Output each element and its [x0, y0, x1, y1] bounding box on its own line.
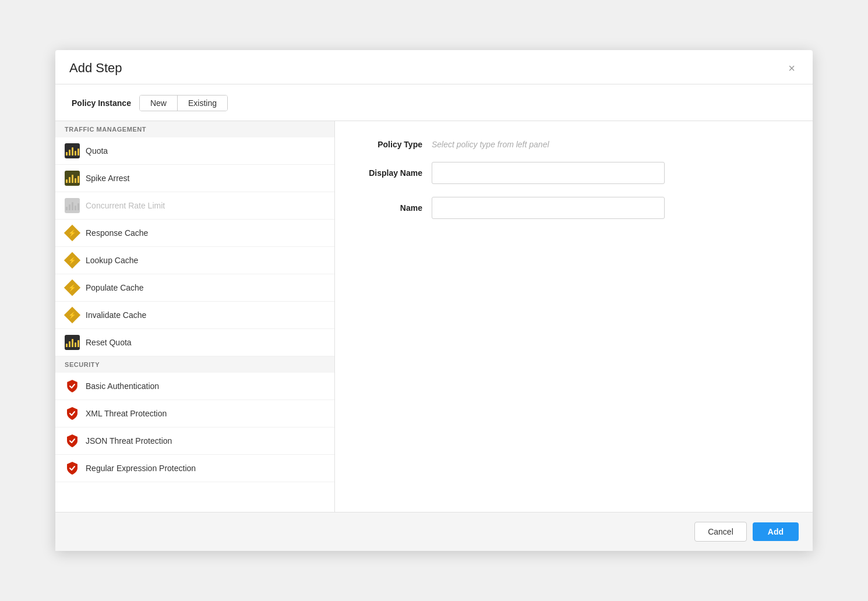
spike-arrest-icon — [65, 171, 80, 186]
bar-chart-icon — [65, 146, 80, 155]
close-button[interactable]: × — [785, 61, 799, 75]
content-area: TRAFFIC MANAGEMENT Quota — [55, 121, 813, 512]
right-panel: Policy Type Select policy type from left… — [335, 121, 813, 512]
list-item-invalidate-cache[interactable]: ⚡ Invalidate Cache — [55, 302, 334, 329]
quota-label: Quota — [86, 146, 108, 155]
display-name-label: Display Name — [358, 168, 422, 178]
populate-cache-icon: ⚡ — [65, 280, 80, 295]
populate-cache-label: Populate Cache — [86, 283, 144, 292]
name-label: Name — [358, 203, 422, 213]
section-traffic-management: TRAFFIC MANAGEMENT — [55, 121, 334, 137]
reset-quota-icon — [65, 335, 80, 350]
concurrent-rate-limit-icon — [65, 198, 80, 213]
policy-type-row: Policy Type Select policy type from left… — [358, 140, 789, 149]
display-name-input[interactable] — [432, 162, 665, 184]
list-item-populate-cache[interactable]: ⚡ Populate Cache — [55, 274, 334, 302]
dialog-footer: Cancel Add — [55, 512, 813, 551]
response-cache-icon: ⚡ — [65, 225, 80, 241]
diamond-icon: ⚡ — [64, 225, 80, 241]
xml-threat-label: XML Threat Protection — [86, 409, 167, 418]
left-panel: TRAFFIC MANAGEMENT Quota — [55, 121, 335, 512]
list-item-concurrent-rate-limit: Concurrent Rate Limit — [55, 192, 334, 220]
bar-chart-icon — [65, 201, 80, 210]
policy-instance-label: Policy Instance — [72, 98, 131, 108]
cancel-button[interactable]: Cancel — [694, 522, 747, 542]
bar-chart-icon — [65, 338, 80, 347]
shield-svg-icon — [65, 433, 80, 448]
lookup-cache-icon: ⚡ — [65, 253, 80, 268]
display-name-row: Display Name — [358, 162, 789, 184]
dialog-header: Add Step × — [55, 50, 813, 84]
diamond-icon: ⚡ — [64, 307, 80, 323]
diamond-icon: ⚡ — [64, 280, 80, 296]
quota-icon — [65, 143, 80, 158]
list-item-regex-protection[interactable]: Regular Expression Protection — [55, 455, 334, 482]
basic-auth-label: Basic Authentication — [86, 381, 159, 391]
list-item-spike-arrest[interactable]: Spike Arrest — [55, 165, 334, 192]
toggle-group: New Existing — [139, 95, 228, 111]
dialog-body: Policy Instance New Existing TRAFFIC MAN… — [55, 84, 813, 512]
json-threat-label: JSON Threat Protection — [86, 436, 172, 446]
list-item-json-threat[interactable]: JSON Threat Protection — [55, 427, 334, 455]
diamond-icon: ⚡ — [64, 252, 80, 268]
invalidate-cache-label: Invalidate Cache — [86, 310, 146, 320]
list-item-xml-threat[interactable]: XML Threat Protection — [55, 400, 334, 427]
shield-svg-icon — [65, 461, 80, 476]
toggle-existing-button[interactable]: Existing — [178, 96, 227, 111]
json-threat-icon — [65, 433, 80, 448]
lookup-cache-label: Lookup Cache — [86, 256, 138, 265]
name-input[interactable] — [432, 197, 665, 219]
policy-type-placeholder: Select policy type from left panel — [432, 140, 549, 149]
list-item-quota[interactable]: Quota — [55, 137, 334, 165]
bar-chart-icon — [65, 174, 80, 183]
dialog-title: Add Step — [69, 61, 122, 76]
list-item-basic-auth[interactable]: Basic Authentication — [55, 373, 334, 400]
add-button[interactable]: Add — [753, 522, 799, 541]
toggle-new-button[interactable]: New — [140, 96, 178, 111]
add-step-dialog: Add Step × Policy Instance New Existing … — [55, 50, 813, 551]
shield-svg-icon — [65, 406, 80, 421]
list-item-response-cache[interactable]: ⚡ Response Cache — [55, 220, 334, 247]
spike-arrest-label: Spike Arrest — [86, 174, 129, 183]
list-item-reset-quota[interactable]: Reset Quota — [55, 329, 334, 356]
policy-type-label: Policy Type — [358, 140, 422, 149]
basic-auth-icon — [65, 379, 80, 394]
reset-quota-label: Reset Quota — [86, 338, 132, 347]
list-item-lookup-cache[interactable]: ⚡ Lookup Cache — [55, 247, 334, 274]
xml-threat-icon — [65, 406, 80, 421]
response-cache-label: Response Cache — [86, 228, 148, 238]
regex-protection-label: Regular Expression Protection — [86, 464, 196, 473]
invalidate-cache-icon: ⚡ — [65, 307, 80, 323]
name-row: Name — [358, 197, 789, 219]
concurrent-rate-limit-label: Concurrent Rate Limit — [86, 201, 165, 210]
regex-protection-icon — [65, 461, 80, 476]
section-security: SECURITY — [55, 356, 334, 373]
policy-instance-row: Policy Instance New Existing — [55, 84, 813, 121]
shield-svg-icon — [65, 379, 80, 394]
